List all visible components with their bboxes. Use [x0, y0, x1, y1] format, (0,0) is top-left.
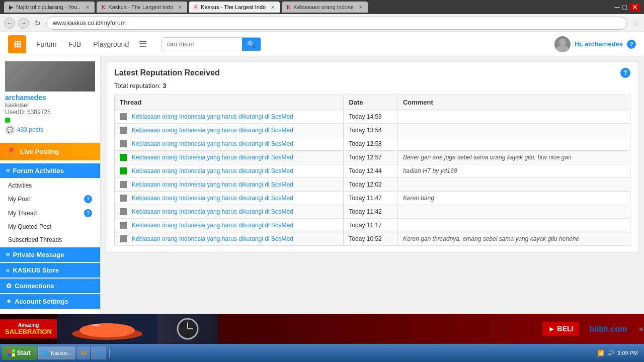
ad-beli-button[interactable]: ► BELI	[542, 322, 580, 336]
thread-link[interactable]: Kebiasaan orang Indonesia yang harus dik…	[132, 208, 293, 215]
ps-icon: Ps	[95, 350, 102, 356]
live-posting-icon: 📍	[6, 147, 16, 156]
reputation-box: Latest Reputation Received ? Total reput…	[106, 61, 639, 252]
sidebar-item-my-thread[interactable]: My Thread ?	[0, 206, 100, 220]
kaskus-store-menu[interactable]: ≡ KASKUS Store	[0, 263, 100, 278]
sidebar-item-subscribed-threads[interactable]: Subscribed Threads	[0, 233, 100, 246]
table-cell-comment	[397, 137, 630, 151]
thread-link[interactable]: Kebiasaan orang Indonesia yang harus dik…	[132, 167, 293, 174]
svg-point-3	[79, 323, 135, 337]
search-button[interactable]: 🔍	[242, 38, 261, 51]
table-cell-date: Today 11:42	[344, 205, 398, 219]
taskbar: Start 🌐 Kaskus... AI Ps 📶 🔊 3:09 PM	[0, 344, 644, 362]
tab4-label: Kebiasaan orang Indonesi...	[293, 4, 354, 10]
taskbar-ai[interactable]: AI	[76, 346, 90, 359]
hamburger-menu-icon[interactable]: ☰	[139, 39, 147, 50]
table-cell-thread: Kebiasaan orang Indonesia yang harus dik…	[115, 137, 344, 151]
close-button[interactable]: ✕	[630, 3, 640, 11]
chrome-label: Kaskus...	[51, 350, 71, 356]
table-cell-date: Today 11:47	[344, 192, 398, 205]
tab2-close[interactable]: ✕	[178, 5, 182, 10]
volume-icon: 🔊	[607, 350, 614, 356]
thread-link[interactable]: Kebiasaan orang Indonesia yang harus dik…	[132, 140, 293, 147]
tab3-close[interactable]: ✕	[271, 5, 275, 10]
live-posting-button[interactable]: 📍 Live Posting	[0, 143, 100, 160]
table-cell-thread: Kebiasaan orang Indonesia yang harus dik…	[115, 124, 344, 137]
thread-link[interactable]: Kebiasaan orang Indonesia yang harus dik…	[132, 113, 293, 120]
address-bar[interactable]: www.kaskus.co.id/myforum	[46, 17, 627, 30]
table-cell-thread: Kebiasaan orang Indonesia yang harus dik…	[115, 164, 344, 178]
tab3-label: Kaskus - The Largest Indo...	[201, 4, 266, 10]
nav-fjb[interactable]: FJB	[68, 40, 81, 48]
table-cell-thread: Kebiasaan orang Indonesia yang harus dik…	[115, 232, 344, 246]
sidebar-item-activities[interactable]: Activities	[0, 179, 100, 192]
reputation-help-icon[interactable]: ?	[620, 68, 630, 78]
maximize-button[interactable]: □	[623, 3, 627, 11]
taskbar-ps[interactable]: Ps	[91, 346, 106, 359]
nav-forum[interactable]: Forum	[36, 40, 56, 48]
my-quoted-post-label: My Quoted Post	[8, 223, 51, 230]
col-thread: Thread	[115, 95, 344, 110]
thread-status-icon	[120, 195, 127, 202]
svg-rect-11	[8, 353, 11, 356]
nav-links: Forum FJB Playground	[36, 40, 129, 48]
table-row: Kebiasaan orang Indonesia yang harus dik…	[115, 219, 630, 232]
profile-banner	[5, 61, 95, 92]
tab4-close[interactable]: ✕	[359, 5, 363, 10]
thread-cell: Kebiasaan orang Indonesia yang harus dik…	[120, 127, 338, 134]
comment-text: hadiah HT by yd168	[403, 167, 457, 174]
browser-toolbar: ← → ↻ www.kaskus.co.id/myforum ☆	[0, 14, 644, 32]
page: ⊞ Forum FJB Playground ☰ 🔍 Hi, archamede…	[0, 32, 644, 362]
table-cell-date: Today 12:44	[344, 164, 398, 178]
thread-status-icon	[120, 154, 127, 161]
thread-link[interactable]: Kebiasaan orang Indonesia yang harus dik…	[132, 154, 293, 161]
thread-cell: Kebiasaan orang Indonesia yang harus dik…	[120, 235, 338, 242]
posts-count: 💬 433 posts	[5, 125, 95, 135]
thread-link[interactable]: Kebiasaan orang Indonesia yang harus dik…	[132, 127, 293, 134]
thread-cell: Kebiasaan orang Indonesia yang harus dik…	[120, 222, 338, 229]
table-cell-thread: Kebiasaan orang Indonesia yang harus dik…	[115, 110, 344, 124]
forward-button[interactable]: →	[18, 18, 29, 29]
taskbar-chrome[interactable]: 🌐 Kaskus...	[38, 346, 75, 359]
my-thread-help-icon[interactable]: ?	[84, 209, 92, 217]
sidebar-item-my-post[interactable]: My Post ?	[0, 192, 100, 206]
reputation-total: Total reputation: 3	[114, 82, 630, 89]
start-button[interactable]: Start	[2, 346, 37, 360]
connections-menu[interactable]: ✿ Connections	[0, 279, 100, 293]
thread-link[interactable]: Kebiasaan orang Indonesia yang harus dik…	[132, 222, 293, 229]
back-button[interactable]: ←	[4, 18, 15, 29]
thread-cell: Kebiasaan orang Indonesia yang harus dik…	[120, 167, 338, 174]
kaskus-logo[interactable]: ⊞	[8, 35, 26, 53]
comment-text: Keren bang	[403, 195, 434, 202]
profile-userid: UserID: 5389725	[5, 109, 95, 116]
table-row: Kebiasaan orang Indonesia yang harus dik…	[115, 124, 630, 137]
thread-link[interactable]: Kebiasaan orang Indonesia yang harus dik…	[132, 195, 293, 202]
thread-link[interactable]: Kebiasaan orang Indonesia yang harus dik…	[132, 235, 293, 242]
browser-tab-2[interactable]: K Kaskus - The Largest Indo... ✕	[97, 2, 187, 13]
table-row: Kebiasaan orang Indonesia yang harus dik…	[115, 110, 630, 124]
account-settings-menu[interactable]: ✦ Account Settings	[0, 294, 100, 309]
minimize-button[interactable]: ─	[615, 3, 620, 11]
bookmark-star-icon[interactable]: ☆	[633, 18, 640, 28]
table-cell-date: Today 11:17	[344, 219, 398, 232]
ad-shoes-svg: Nike	[67, 316, 147, 341]
comment-text: Bener gan ane juga sebel sama orang kaya…	[403, 154, 572, 161]
nav-playground[interactable]: Playground	[93, 40, 129, 48]
avatar-icon	[554, 36, 571, 52]
table-row: Kebiasaan orang Indonesia yang harus dik…	[115, 151, 630, 164]
ad-close-button[interactable]: ◄	[637, 325, 644, 333]
browser-tab-3[interactable]: K Kaskus - The Largest Indo... ✕	[189, 2, 280, 13]
private-message-menu[interactable]: ≡ Private Message	[0, 247, 100, 262]
tab1-close[interactable]: ✕	[86, 5, 90, 10]
browser-tab-1[interactable]: ▶ Najib tol cipularang - You... ✕	[4, 2, 95, 13]
forum-activities-menu[interactable]: ≡ Forum Activities	[0, 163, 100, 178]
my-post-help-icon[interactable]: ?	[84, 195, 92, 203]
search-input[interactable]	[162, 38, 242, 50]
start-label: Start	[17, 349, 31, 356]
help-icon[interactable]: ?	[627, 40, 636, 49]
thread-link[interactable]: Kebiasaan orang Indonesia yang harus dik…	[132, 181, 293, 188]
thread-status-icon	[120, 222, 127, 229]
browser-tab-4[interactable]: K Kebiasaan orang Indonesi... ✕	[282, 2, 368, 13]
refresh-button[interactable]: ↻	[32, 18, 43, 29]
sidebar-item-my-quoted-post[interactable]: My Quoted Post	[0, 220, 100, 233]
